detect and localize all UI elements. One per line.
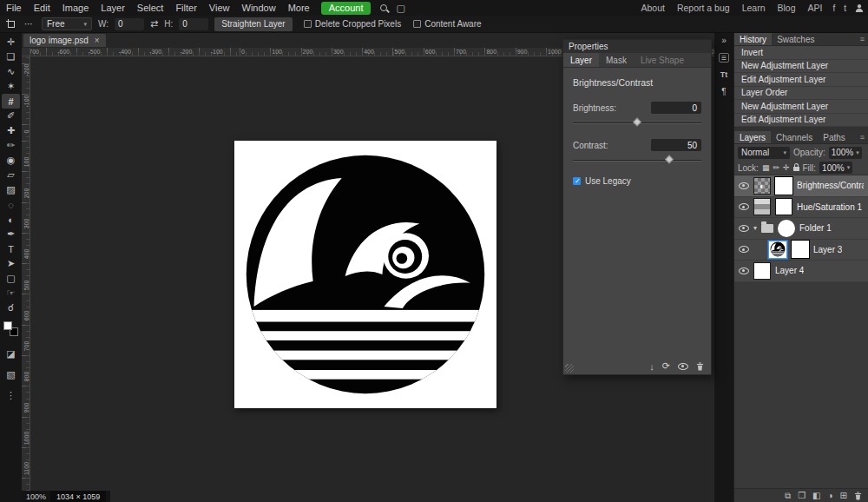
marquee-select-tool[interactable]: ❏ <box>2 50 20 64</box>
close-tab-icon[interactable]: × <box>95 36 100 45</box>
shape-tool[interactable]: ▢ <box>2 271 20 286</box>
color-swatches[interactable] <box>3 321 18 336</box>
zoom-tool[interactable]: ☌ <box>2 301 20 315</box>
link-layers-icon[interactable]: ⧉ <box>785 491 791 501</box>
menu-edit[interactable]: Edit <box>28 0 56 16</box>
visibility-icon[interactable] <box>739 268 749 274</box>
magic-wand-tool[interactable]: ✶ <box>2 79 20 94</box>
layer-row[interactable]: Hue/Saturation 1 <box>734 197 868 219</box>
path-select-tool[interactable]: ➤ <box>2 256 20 271</box>
clip-to-layer-icon[interactable]: ↓ <box>649 361 654 372</box>
panel-list-icon[interactable]: ☰ <box>719 53 729 63</box>
layer-name[interactable]: Layer 4 <box>775 266 804 275</box>
account-button[interactable]: Account <box>321 2 372 15</box>
checkbox-delete-cropped-pixels[interactable]: Delete Cropped Pixels <box>304 19 402 29</box>
fill-input[interactable]: 100%▾ <box>819 162 852 174</box>
search-icon[interactable] <box>376 4 391 11</box>
menu-select[interactable]: Select <box>131 0 170 16</box>
history-item[interactable]: Edit Adjustment Layer <box>734 73 868 87</box>
user-icon[interactable] <box>851 3 868 12</box>
move-tool[interactable]: ✛ <box>2 35 20 50</box>
layer-thumbnail[interactable] <box>753 262 771 280</box>
visibility-toggle-ic[interactable] <box>678 363 688 370</box>
crop-ratio-select[interactable]: Free ▾ <box>42 17 92 30</box>
straighten-layer-button[interactable]: Straighten Layer <box>214 17 292 31</box>
contrast-slider[interactable] <box>573 155 701 165</box>
mask-thumbnail[interactable] <box>792 241 809 258</box>
screen-mode-icon[interactable]: ▧ <box>6 369 15 380</box>
adjustment-thumbnail[interactable]: ◐ <box>753 177 771 195</box>
tab-channels[interactable]: Channels <box>771 131 818 143</box>
lock-all-icon[interactable] <box>793 167 799 171</box>
contrast-slider-thumb[interactable] <box>665 155 674 164</box>
history-item[interactable]: Invert <box>734 46 868 60</box>
menu-filter[interactable]: Filter <box>169 0 202 16</box>
visibility-icon[interactable] <box>739 225 749 232</box>
link-api[interactable]: API <box>802 0 829 16</box>
document-tab[interactable]: logo image.psd × <box>23 34 106 47</box>
paragraph-panel-icon[interactable]: ¶ <box>721 87 726 96</box>
blur-tool[interactable]: ◌ <box>2 197 20 212</box>
panel-resize-handle[interactable] <box>565 364 574 373</box>
link-learn[interactable]: Learn <box>736 0 772 16</box>
delete-adjustment-icon[interactable] <box>696 362 704 371</box>
link-report-a-bug[interactable]: Report a bug <box>671 0 736 16</box>
new-layer-icon[interactable]: ⊞ <box>840 491 847 500</box>
adjustment-thumbnail[interactable] <box>753 198 771 215</box>
tab-swatches[interactable]: Swatches <box>772 33 819 45</box>
use-legacy-checkbox[interactable]: Use Legacy <box>573 176 701 186</box>
tab-mask[interactable]: Mask <box>599 53 634 67</box>
tab-layer[interactable]: Layer <box>563 53 599 67</box>
more-tools-icon[interactable]: ⋮ <box>6 390 16 401</box>
brush-tool[interactable]: ✏ <box>2 138 20 153</box>
reset-icon[interactable]: ⟳ <box>662 360 670 372</box>
clone-stamp-tool[interactable]: ◉ <box>2 153 20 168</box>
gradient-tool[interactable]: ▨ <box>2 182 20 197</box>
layer-row[interactable]: ◐ Brightness/Contrast 1 <box>734 175 868 197</box>
lock-position-icon[interactable]: ✛ <box>783 163 790 172</box>
brightness-slider[interactable] <box>573 118 701 128</box>
history-item[interactable]: New Adjustment Layer <box>734 100 868 114</box>
type-tool[interactable]: T <box>2 241 20 256</box>
opacity-input[interactable]: 100%▾ <box>829 147 862 159</box>
layer-thumbnail[interactable] <box>768 241 787 259</box>
add-adjustment-icon[interactable]: ◑ <box>828 491 833 500</box>
character-panel-icon[interactable]: Tt <box>720 70 728 79</box>
height-input[interactable]: 0 <box>179 18 208 30</box>
menu-layer[interactable]: Layer <box>95 0 131 16</box>
quick-mask-icon[interactable]: ◪ <box>6 348 15 360</box>
menu-more[interactable]: More <box>282 0 316 16</box>
lasso-tool[interactable]: ∿ <box>2 64 20 79</box>
menu-window[interactable]: Window <box>236 0 282 16</box>
panel-menu-icon[interactable]: ≡ <box>857 131 868 143</box>
link-blog[interactable]: Blog <box>771 0 801 16</box>
folder-thumbnail[interactable] <box>778 220 795 237</box>
layer-name[interactable]: Layer 3 <box>813 245 842 254</box>
layer-row[interactable]: Layer 3 <box>734 240 868 261</box>
tab-live-shape[interactable]: Live Shape <box>634 53 691 67</box>
twitter-icon[interactable]: t <box>839 3 851 13</box>
foreground-color-swatch[interactable] <box>3 321 12 330</box>
checkbox-content-aware[interactable]: Content Aware <box>413 19 481 29</box>
lock-pixels-icon[interactable]: ✏ <box>773 163 779 172</box>
menu-file[interactable]: File <box>0 0 28 16</box>
layer-name[interactable]: Folder 1 <box>799 223 832 233</box>
pen-tool[interactable]: ✒ <box>2 227 20 241</box>
panel-menu-icon[interactable]: ≡ <box>857 33 868 45</box>
lock-transparency-icon[interactable]: ▦ <box>762 163 770 172</box>
layer-row[interactable]: ▾ Folder 1 <box>734 218 868 240</box>
folder-collapse-icon[interactable]: ▾ <box>753 224 757 232</box>
brightness-value-input[interactable]: 0 <box>651 102 701 114</box>
tab-layers[interactable]: Layers <box>734 131 771 143</box>
eyedropper-tool[interactable]: ✐ <box>2 109 20 123</box>
visibility-icon[interactable] <box>739 203 749 210</box>
properties-titlebar[interactable]: Properties <box>563 40 711 53</box>
width-input[interactable]: 0 <box>115 18 144 30</box>
link-about[interactable]: About <box>635 0 670 16</box>
new-folder-icon[interactable]: ❐ <box>798 491 806 500</box>
swap-dimensions-icon[interactable]: ⇄ <box>150 18 158 30</box>
history-item[interactable]: Layer Order <box>734 87 868 101</box>
menu-view[interactable]: View <box>203 0 236 16</box>
menu-image[interactable]: Image <box>56 0 95 16</box>
zoom-level[interactable]: 100% <box>26 492 46 501</box>
